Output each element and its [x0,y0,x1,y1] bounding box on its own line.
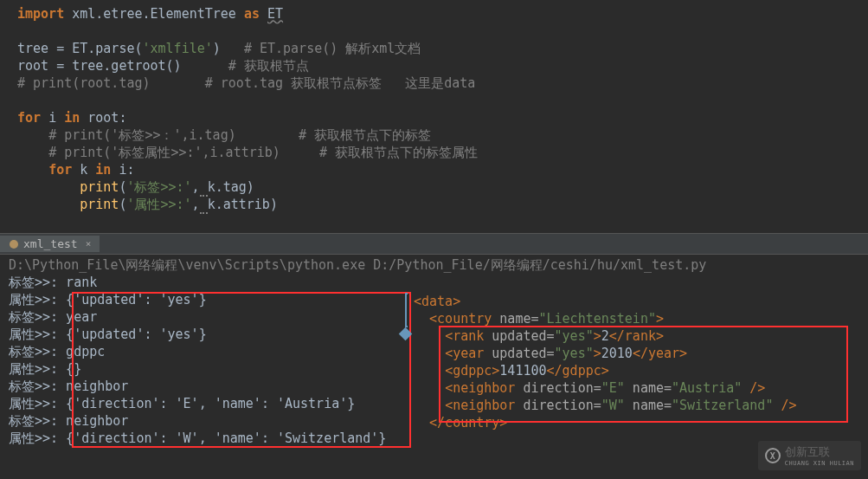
code-line: import xml.etree.ElementTree as ET [17,5,863,23]
console-line: 标签>>: rank [9,274,859,291]
tab-xml-test[interactable]: xml_test × [0,236,100,252]
watermark-subtext: CHUANG XIN HULIAN [785,460,854,467]
svg-point-0 [10,240,18,249]
console-output[interactable]: D:\Python_File\网络编程\venv\Scripts\python.… [0,255,868,471]
console-line: 属性>>: {'direction': 'W', 'name': 'Switze… [9,430,859,447]
code-line: tree = ET.parse('xmlfile') # ET.parse() … [17,40,863,57]
code-line: root = tree.getroot() # 获取根节点 [17,57,863,74]
code-line: for k in i: [17,161,863,178]
code-line: for i in root: [17,109,863,126]
code-line: # print(root.tag) # root.tag 获取根节点标签 这里是… [17,74,863,92]
close-icon[interactable]: × [86,238,92,249]
code-line: # print('标签属性>>:',i.attrib) # 获取根节点下的标签属… [17,144,863,161]
code-line: print('属性>>:', k.attrib) [17,196,863,213]
code-line [17,92,863,109]
code-line [17,23,863,40]
python-file-icon [9,239,19,249]
watermark: X 创新互联 CHUANG XIN HULIAN [758,441,861,470]
code-line: print('标签>>:', k.tag) [17,178,863,196]
tab-label: xml_test [23,237,78,250]
console-tab-bar: xml_test × [0,234,868,255]
console-path: D:\Python_File\网络编程\venv\Scripts\python.… [9,256,859,274]
watermark-icon: X [765,448,781,463]
fold-marker [405,293,408,327]
code-line: # print('标签>>：',i.tag) # 获取根节点下的标签 [17,126,863,144]
xml-preview: <data> <country name="Liechtenstein"> <r… [414,293,797,431]
code-editor[interactable]: import xml.etree.ElementTree as ET tree … [0,0,868,234]
watermark-text: 创新互联 [785,444,854,460]
